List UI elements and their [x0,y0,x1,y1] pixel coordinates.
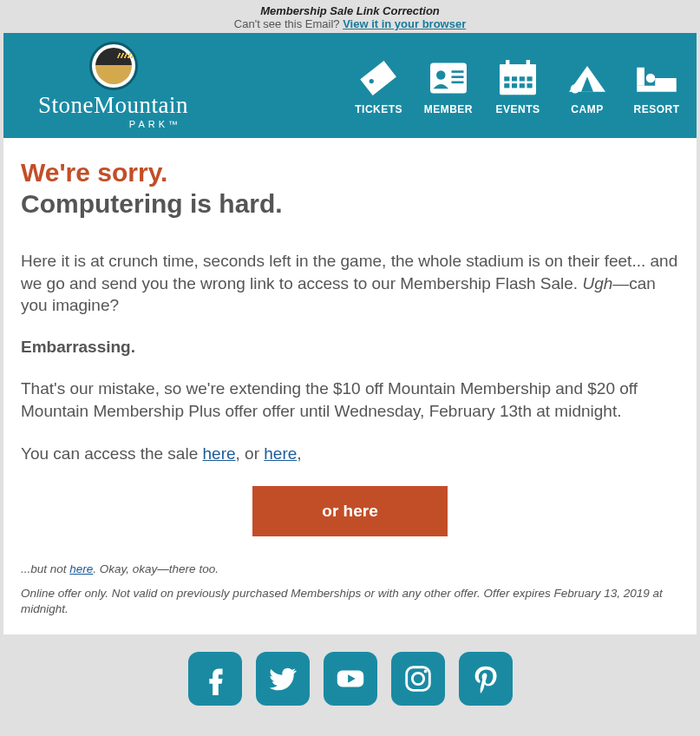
preheader-title: Membership Sale Link Correction [0,4,700,17]
svg-rect-4 [451,76,463,78]
svg-rect-11 [512,76,517,81]
social-instagram[interactable] [391,652,445,706]
disclaimer: Online offer only. Not valid on previous… [21,586,679,626]
nav-member[interactable]: MEMBER [424,56,473,115]
svg-rect-16 [520,83,525,88]
svg-rect-3 [451,70,463,73]
brand-logo[interactable]: StoneMountain PARK™ [38,42,188,129]
instagram-icon [402,662,435,695]
main-nav: TICKETS MEMBER EVENTS CAMP RESORT [355,56,681,115]
facebook-icon [199,662,232,695]
sale-link-2[interactable]: here [264,444,297,463]
fine-b: . Okay, okay—there too. [93,562,219,575]
svg-rect-12 [520,76,525,81]
paragraph-3: You can access the sale here, or here, [21,443,679,465]
svg-rect-5 [451,81,463,83]
svg-point-18 [571,84,580,94]
svg-rect-10 [504,76,509,81]
svg-rect-15 [512,83,517,88]
social-pinterest[interactable] [459,652,513,706]
nav-camp[interactable]: CAMP [563,56,612,115]
svg-point-0 [369,78,373,82]
tickets-icon [355,56,403,100]
svg-rect-8 [506,60,509,69]
youtube-icon [334,662,367,695]
para3-a: You can access the sale [21,444,203,463]
cta-wrap: or here [21,486,679,536]
svg-point-21 [646,73,656,82]
svg-rect-13 [527,76,533,81]
resort-icon [632,56,681,100]
social-youtube[interactable] [324,652,377,706]
para3-c: , [297,444,301,463]
twitter-icon [266,662,299,695]
nav-resort[interactable]: RESORT [632,56,681,115]
nav-label: CAMP [571,103,603,115]
nav-tickets[interactable]: TICKETS [355,56,403,115]
svg-rect-7 [500,64,536,72]
social-row [0,634,700,723]
brand-name: StoneMountain [38,92,188,119]
cta-button[interactable]: or here [252,486,447,536]
svg-rect-22 [655,78,677,88]
header-bar: StoneMountain PARK™ TICKETS MEMBER EVENT… [3,33,697,138]
view-in-browser-link[interactable]: View it in your browser [343,17,466,30]
svg-point-2 [436,70,446,80]
email-body: We're sorry. Computering is hard. Here i… [3,138,697,634]
heading-line1: We're sorry. [21,155,679,189]
fine-a: ...but not [21,562,69,575]
paragraph-1: Here it is at crunch time, seconds left … [21,250,679,317]
nav-label: EVENTS [495,103,540,115]
brand-sub: PARK™ [38,119,188,129]
social-twitter[interactable] [256,652,310,706]
preheader: Membership Sale Link Correction Can't se… [0,0,700,33]
social-facebook[interactable] [188,652,242,706]
preheader-sub: Can't see this Email? [234,17,343,30]
events-icon [494,56,542,100]
camp-icon [563,56,612,100]
fine-print: ...but not here. Okay, okay—there too. [21,562,679,575]
member-icon [424,56,473,100]
pinterest-icon [469,662,502,695]
nav-label: RESORT [633,103,679,115]
svg-point-26 [423,670,427,674]
svg-rect-14 [504,83,509,88]
para1-text-a: Here it is at crunch time, seconds left … [21,252,677,292]
sale-link-1[interactable]: here [203,444,236,463]
nav-label: MEMBER [424,103,473,115]
heading-line2: Computering is hard. [21,189,679,219]
svg-rect-9 [527,60,530,69]
fine-link[interactable]: here [69,562,93,575]
para3-b: , or [236,444,265,463]
svg-point-25 [412,674,423,685]
svg-rect-19 [637,67,644,85]
embarrassing: Embarrassing. [21,338,679,357]
svg-rect-17 [527,83,533,88]
para1-ugh: Ugh [582,274,612,292]
nav-label: TICKETS [355,103,402,115]
logo-icon [89,42,138,90]
paragraph-2: That's our mistake, so we're extending t… [21,378,679,422]
nav-events[interactable]: EVENTS [494,56,542,115]
